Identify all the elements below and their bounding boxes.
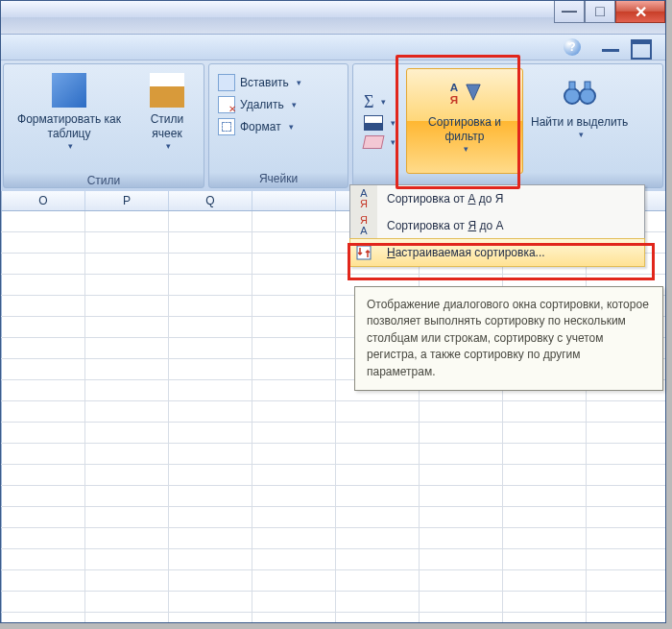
- cell[interactable]: [336, 401, 420, 422]
- insert-button[interactable]: Вставить: [215, 72, 304, 93]
- cell[interactable]: [85, 528, 169, 548]
- cell[interactable]: [503, 423, 587, 443]
- column-header[interactable]: P: [85, 191, 169, 210]
- cell[interactable]: [2, 528, 85, 548]
- cell[interactable]: [85, 507, 169, 527]
- cell[interactable]: [85, 486, 169, 506]
- cell[interactable]: [503, 549, 587, 569]
- custom-sort-item[interactable]: Настраиваемая сортировка...: [349, 238, 645, 267]
- cell[interactable]: [420, 465, 503, 485]
- cell[interactable]: [169, 486, 252, 506]
- cell[interactable]: [169, 549, 252, 569]
- cell[interactable]: [503, 444, 587, 464]
- clear-button[interactable]: [361, 133, 398, 151]
- cell[interactable]: [85, 380, 169, 400]
- cell[interactable]: [85, 549, 169, 569]
- cell[interactable]: [420, 528, 503, 548]
- cell[interactable]: [169, 465, 252, 485]
- cell[interactable]: [252, 254, 336, 274]
- cell[interactable]: [252, 338, 336, 358]
- maximize-button[interactable]: □: [585, 1, 615, 23]
- cell[interactable]: [85, 592, 169, 612]
- cell[interactable]: [2, 570, 85, 591]
- cell[interactable]: [85, 338, 169, 358]
- cell[interactable]: [169, 444, 252, 464]
- cell[interactable]: [2, 592, 85, 612]
- cell[interactable]: [169, 338, 252, 358]
- cell[interactable]: [587, 613, 665, 622]
- cell[interactable]: [85, 359, 169, 379]
- close-button[interactable]: ✕: [615, 1, 665, 23]
- cell[interactable]: [169, 296, 252, 316]
- fill-button[interactable]: [361, 113, 398, 133]
- sort-za-item[interactable]: ЯА Сортировка от Я до А: [350, 212, 644, 239]
- minimize-button[interactable]: —: [554, 1, 585, 23]
- cell[interactable]: [2, 507, 85, 527]
- cell[interactable]: [420, 570, 503, 591]
- cell[interactable]: [252, 317, 336, 337]
- cell[interactable]: [252, 549, 336, 569]
- cell[interactable]: [252, 401, 336, 422]
- cell[interactable]: [420, 401, 503, 422]
- cell[interactable]: [252, 444, 336, 464]
- cell[interactable]: [503, 613, 587, 622]
- cell[interactable]: [2, 444, 85, 464]
- column-header[interactable]: O: [2, 191, 85, 210]
- cell[interactable]: [2, 401, 85, 422]
- cell[interactable]: [2, 232, 85, 253]
- column-header[interactable]: Q: [169, 191, 252, 210]
- cell[interactable]: [85, 465, 169, 485]
- cell[interactable]: [336, 507, 420, 527]
- cell[interactable]: [169, 275, 252, 295]
- ribbon-minimize-icon[interactable]: [602, 49, 619, 52]
- cell[interactable]: [420, 549, 503, 569]
- cell[interactable]: [336, 465, 420, 485]
- cell[interactable]: [169, 423, 252, 443]
- find-select-button[interactable]: Найти и выделить: [525, 69, 634, 173]
- cell[interactable]: [420, 507, 503, 527]
- cell[interactable]: [336, 486, 420, 506]
- cell[interactable]: [85, 444, 169, 464]
- cell[interactable]: [503, 570, 587, 591]
- cell[interactable]: [85, 317, 169, 337]
- cell[interactable]: [336, 528, 420, 548]
- help-icon[interactable]: ?: [564, 38, 581, 56]
- cell[interactable]: [503, 507, 587, 527]
- cell[interactable]: [587, 465, 665, 485]
- cell[interactable]: [420, 486, 503, 506]
- cell[interactable]: [85, 232, 169, 253]
- cell[interactable]: [503, 401, 587, 422]
- cell[interactable]: [252, 613, 336, 622]
- cell[interactable]: [85, 613, 169, 622]
- cell[interactable]: [2, 380, 85, 400]
- cell[interactable]: [587, 592, 665, 612]
- sort-az-item[interactable]: АЯ Сортировка от А до Я: [350, 185, 644, 212]
- cell[interactable]: [587, 444, 665, 464]
- cell[interactable]: [2, 359, 85, 379]
- cell-styles-button[interactable]: Стили ячеек: [132, 66, 202, 170]
- cell[interactable]: [2, 211, 85, 231]
- cell[interactable]: [252, 423, 336, 443]
- cell[interactable]: [503, 486, 587, 506]
- cell[interactable]: [252, 507, 336, 527]
- cell[interactable]: [420, 613, 503, 622]
- delete-button[interactable]: Удалить: [215, 94, 304, 115]
- cell[interactable]: [336, 592, 420, 612]
- cell[interactable]: [252, 380, 336, 400]
- cell[interactable]: [503, 528, 587, 548]
- sort-filter-button[interactable]: АЯ Сортировка и фильтр: [406, 68, 523, 174]
- cell[interactable]: [587, 423, 665, 443]
- cell[interactable]: [420, 444, 503, 464]
- cell[interactable]: [252, 359, 336, 379]
- cell[interactable]: [252, 528, 336, 548]
- cell[interactable]: [169, 570, 252, 591]
- cell[interactable]: [336, 613, 420, 622]
- cell[interactable]: [587, 486, 665, 506]
- cell[interactable]: [169, 592, 252, 612]
- cell[interactable]: [587, 528, 665, 548]
- cell[interactable]: [169, 254, 252, 274]
- cell[interactable]: [2, 613, 85, 622]
- cell[interactable]: [587, 570, 665, 591]
- cell[interactable]: [252, 486, 336, 506]
- cell[interactable]: [336, 570, 420, 591]
